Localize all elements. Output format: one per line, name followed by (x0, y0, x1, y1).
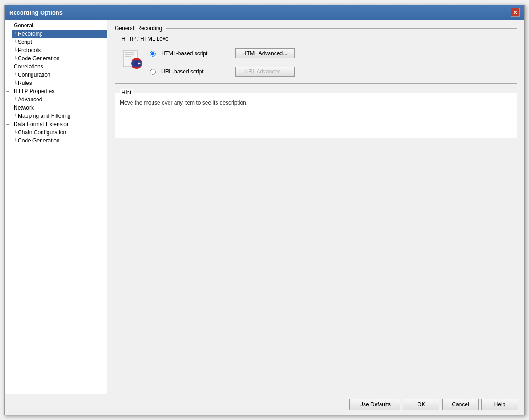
html-radio-row: HTML-based script HTML Advanced... (150, 48, 510, 58)
http-level-label: HTTP / HTML Level (120, 36, 171, 42)
sidebar-item-label-http-properties: HTTP Properties (14, 88, 54, 94)
hint-content: Move the mouse over any item to see its … (115, 93, 517, 129)
html-radio-label[interactable]: HTML-based script (161, 50, 230, 57)
http-level-box: HTTP / HTML Level (115, 39, 517, 84)
cancel-button[interactable]: Cancel (442, 399, 479, 410)
sidebar-item-label-network: Network (14, 105, 34, 111)
connector-protocols: └ (14, 48, 17, 53)
section-title-area: General: Recording (115, 25, 517, 31)
dialog-body: − General └ Recording └ Script └ Protoco… (5, 20, 524, 394)
main-content: General: Recording HTTP / HTML Level (107, 20, 524, 394)
sidebar-item-script[interactable]: └ Script (12, 38, 107, 46)
connector-codegen2: └ (14, 138, 17, 143)
svg-rect-2 (125, 54, 134, 55)
section-title: General: Recording (115, 25, 166, 31)
radio-options: HTML-based script HTML Advanced... URL-b… (150, 48, 510, 77)
sidebar-item-correlations[interactable]: − Correlations (5, 63, 107, 71)
footer: Use Defaults OK Cancel Help (5, 394, 524, 415)
svg-rect-1 (125, 52, 134, 53)
recording-icon-area (122, 48, 143, 69)
url-radio-label[interactable]: URL-based script (161, 68, 230, 75)
recording-icon (122, 48, 143, 69)
sidebar-item-label-correlations: Correlations (14, 63, 43, 70)
connector-recording: └ (14, 31, 17, 37)
connector-codegen1: └ (14, 56, 17, 61)
sidebar-item-mapping-filtering[interactable]: └ Mapping and Filtering (12, 112, 107, 120)
use-defaults-button[interactable]: Use Defaults (349, 399, 400, 410)
url-advanced-button[interactable]: URL Advanced... (235, 67, 295, 77)
sidebar-item-label-advanced: Advanced (18, 96, 42, 103)
svg-rect-3 (125, 56, 131, 57)
hint-box: Hint Move the mouse over any item to see… (115, 93, 517, 138)
connector-rules: └ (14, 81, 17, 86)
dialog-title: Recording Options (9, 9, 63, 16)
sidebar-item-label-chain: Chain Configuration (18, 129, 66, 136)
expander-correlations: − (6, 64, 14, 69)
sidebar-item-label-rules: Rules (18, 80, 32, 86)
sidebar-item-label-mapping: Mapping and Filtering (18, 113, 70, 119)
connector-chain: └ (14, 130, 17, 135)
html-radio-input[interactable] (150, 51, 156, 57)
connector-mapping: └ (14, 114, 17, 119)
title-bar: Recording Options × (5, 5, 524, 20)
connector-configuration: └ (14, 73, 17, 78)
sidebar: − General └ Recording └ Script └ Protoco… (5, 20, 107, 394)
sidebar-item-data-format[interactable]: − Data Format Extension (5, 120, 107, 128)
expander-http-properties: − (6, 89, 14, 94)
hint-label: Hint (120, 89, 133, 96)
sidebar-item-label-configuration: Configuration (18, 72, 50, 78)
ok-button[interactable]: OK (403, 399, 439, 410)
http-level-content: HTML-based script HTML Advanced... URL-b… (122, 47, 510, 77)
recording-options-dialog: Recording Options × − General └ Recordin… (4, 5, 525, 415)
sidebar-item-code-generation-1[interactable]: └ Code Generation (12, 54, 107, 63)
sidebar-item-label-general: General (14, 22, 33, 29)
expander-data-format: − (6, 122, 14, 127)
sidebar-item-label-code-generation-1: Code Generation (18, 55, 59, 62)
connector-script: └ (14, 40, 17, 45)
sidebar-item-protocols[interactable]: └ Protocols (12, 46, 107, 54)
url-radio-input[interactable] (150, 69, 156, 75)
help-button[interactable]: Help (481, 399, 518, 410)
sidebar-item-label-recording: Recording (18, 31, 43, 37)
sidebar-item-rules[interactable]: └ Rules (12, 79, 107, 87)
sidebar-item-label-data-format: Data Format Extension (14, 121, 70, 127)
sidebar-item-label-code-generation-2: Code Generation (18, 137, 59, 144)
expander-general: − (6, 23, 14, 28)
close-button[interactable]: × (511, 8, 520, 17)
sidebar-item-label-script: Script (18, 39, 32, 45)
url-radio-row: URL-based script URL Advanced... (150, 67, 510, 77)
connector-advanced: └ (14, 97, 17, 102)
sidebar-item-code-generation-2[interactable]: └ Code Generation (12, 136, 107, 145)
sidebar-item-http-properties[interactable]: − HTTP Properties (5, 87, 107, 95)
sidebar-item-label-protocols: Protocols (18, 47, 41, 53)
sidebar-item-general[interactable]: − General (5, 21, 107, 30)
expander-network: − (6, 105, 14, 110)
sidebar-item-network[interactable]: − Network (5, 104, 107, 112)
html-advanced-button[interactable]: HTML Advanced... (235, 48, 295, 58)
sidebar-item-chain-configuration[interactable]: └ Chain Configuration (12, 128, 107, 136)
sidebar-item-advanced[interactable]: └ Advanced (12, 95, 107, 104)
sidebar-item-recording[interactable]: └ Recording (12, 30, 107, 38)
sidebar-item-configuration[interactable]: └ Configuration (12, 71, 107, 79)
